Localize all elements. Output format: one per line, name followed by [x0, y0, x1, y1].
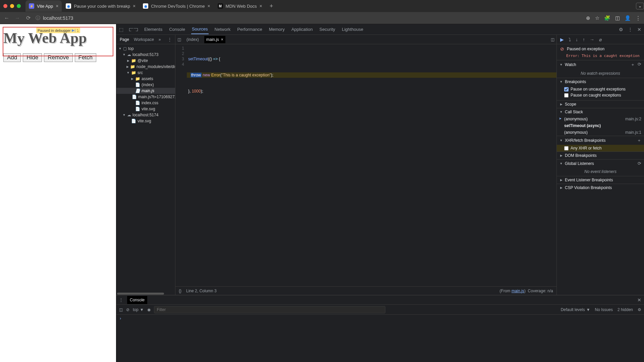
refresh-watch-icon[interactable]: ⟳: [638, 62, 641, 68]
global-header[interactable]: ▼Global Listeners⟳: [557, 160, 644, 167]
close-window-icon[interactable]: [3, 4, 7, 8]
caught-checkbox[interactable]: [564, 93, 569, 98]
device-toolbar-icon[interactable]: ⫍⫎: [129, 27, 138, 32]
close-tab-icon[interactable]: ×: [133, 3, 136, 9]
add-watch-icon[interactable]: ＋: [631, 62, 635, 68]
more-icon[interactable]: ⋮: [628, 27, 633, 32]
tab-security[interactable]: Security: [319, 25, 336, 34]
xhr-any-row[interactable]: Any XHR or fetch: [557, 145, 644, 152]
tree-file-main-q[interactable]: 📄main.js?t=1710692729: [116, 94, 175, 100]
tab-network[interactable]: Network: [214, 25, 231, 34]
tree-folder-nm[interactable]: ▶📁node_modules/vite/dis: [116, 64, 175, 70]
tree-host-5173[interactable]: ▼☁localhost:5173: [116, 52, 175, 58]
minimize-window-icon[interactable]: [10, 4, 14, 8]
resume-icon[interactable]: ▶|: [72, 28, 75, 33]
tab-elements[interactable]: Elements: [144, 25, 163, 34]
resume-icon[interactable]: ▶: [560, 37, 564, 42]
log-levels-selector[interactable]: Default levels▼: [561, 307, 590, 312]
issues-label[interactable]: No Issues: [595, 307, 613, 312]
tree-folder-src[interactable]: ▼📁src: [116, 70, 175, 76]
hidden-label[interactable]: 2 hidden: [618, 307, 633, 312]
tree-file-vitesvg[interactable]: 📄vite.svg: [116, 106, 175, 112]
back-button[interactable]: ←: [3, 15, 10, 21]
dom-header[interactable]: ▶DOM Breakpoints: [557, 152, 644, 159]
live-expression-icon[interactable]: ◉: [147, 307, 151, 312]
uncaught-checkbox-row[interactable]: Pause on uncaught exceptions: [564, 86, 641, 92]
pretty-print-icon[interactable]: {}: [179, 289, 181, 293]
tree-folder-assets[interactable]: ▶📁assets: [116, 76, 175, 82]
nav-menu-icon[interactable]: ⋮: [168, 37, 172, 42]
close-devtools-icon[interactable]: ✕: [637, 27, 641, 32]
close-tab-icon[interactable]: ×: [56, 3, 58, 9]
remove-button[interactable]: Remove: [44, 53, 72, 62]
maximize-window-icon[interactable]: [17, 4, 21, 8]
console-sidebar-icon[interactable]: ◫: [119, 307, 123, 312]
browser-tab-0[interactable]: ⚡ Vite App ×: [25, 0, 62, 12]
inspect-element-icon[interactable]: ⬚: [119, 27, 123, 32]
context-selector[interactable]: top▼: [133, 307, 144, 312]
caught-checkbox-row[interactable]: Pause on caught exceptions: [564, 92, 641, 98]
step-out-icon[interactable]: ↑: [583, 37, 585, 42]
close-drawer-icon[interactable]: ✕: [637, 297, 641, 303]
console-settings-icon[interactable]: ⚙: [638, 307, 641, 312]
tree-top[interactable]: ▼▢top: [116, 46, 175, 52]
clear-console-icon[interactable]: ⊘: [126, 307, 129, 312]
step-icon[interactable]: ⤵: [77, 28, 79, 33]
tree-scrollbar[interactable]: [117, 293, 164, 295]
profile-icon[interactable]: 👤: [625, 15, 631, 21]
stack-frame-0[interactable]: (anonymous)main.js:2: [557, 116, 644, 122]
tab-sources[interactable]: Sources: [191, 24, 209, 34]
zoom-icon[interactable]: ⊕: [586, 15, 590, 21]
add-button[interactable]: Add: [3, 53, 21, 62]
stack-frame-1[interactable]: (anonymous)main.js:1: [557, 129, 644, 136]
browser-tab-3[interactable]: M MDN Web Docs ×: [214, 0, 266, 12]
address-bar[interactable]: ⓘ localhost:5173: [36, 15, 582, 21]
step-over-icon[interactable]: ⤵: [569, 37, 571, 42]
bookmark-icon[interactable]: ☆: [595, 15, 599, 21]
close-tab-icon[interactable]: ×: [207, 3, 210, 9]
tree-file-index[interactable]: 📄(index): [116, 82, 175, 88]
breakpoints-header[interactable]: ▼Breakpoints: [557, 78, 644, 85]
close-tab-icon[interactable]: ×: [260, 3, 262, 9]
nav-more-icon[interactable]: »: [159, 37, 161, 42]
new-tab-button[interactable]: +: [266, 3, 277, 10]
uncaught-checkbox[interactable]: [564, 87, 569, 92]
evlistener-header[interactable]: ▶Event Listener Breakpoints: [557, 176, 644, 184]
settings-icon[interactable]: ⚙: [619, 27, 623, 32]
tree-folder-vite[interactable]: ▶📁@vite: [116, 58, 175, 64]
tree-file-vitesvg-2[interactable]: 📄vite.svg: [116, 118, 175, 124]
tab-memory[interactable]: Memory: [268, 25, 285, 34]
menu-icon[interactable]: ⋮: [636, 15, 641, 21]
watch-header[interactable]: ▼Watch＋⟳: [557, 60, 644, 69]
reload-button[interactable]: ⟳: [25, 15, 32, 21]
drawer-tab-console[interactable]: Console: [127, 296, 147, 304]
step-icon[interactable]: →: [590, 37, 594, 42]
add-xhr-icon[interactable]: ＋: [637, 137, 641, 143]
forward-button[interactable]: →: [14, 15, 21, 21]
chrome-dropdown-icon[interactable]: ⌄: [636, 3, 644, 9]
tab-lighthouse[interactable]: Lighthouse: [341, 25, 364, 34]
extensions-icon[interactable]: 🧩: [604, 15, 610, 21]
hide-button[interactable]: Hide: [23, 53, 42, 62]
editor-tab-index[interactable]: (index): [184, 36, 201, 43]
console-output[interactable]: ›: [116, 315, 644, 362]
tree-host-5174[interactable]: ▼☁localhost:5174: [116, 112, 175, 118]
source-link[interactable]: main.js: [512, 289, 524, 293]
fetch-button[interactable]: Fetch: [75, 53, 97, 62]
nav-tab-workspace[interactable]: Workspace: [134, 37, 154, 42]
tab-console[interactable]: Console: [168, 25, 186, 34]
panel-icon[interactable]: ◫: [615, 15, 620, 21]
nav-tab-page[interactable]: Page: [120, 37, 129, 42]
code-editor[interactable]: 1234 setTimeout(() => { throw new Error(…: [175, 44, 556, 286]
drawer-menu-icon[interactable]: ⋮: [119, 298, 123, 302]
browser-tab-1[interactable]: ◉ Pause your code with breakp ×: [62, 0, 139, 12]
step-into-icon[interactable]: ↓: [576, 37, 578, 42]
toggle-navigator-icon[interactable]: ◫: [177, 37, 181, 42]
editor-tab-main[interactable]: main.js×: [204, 36, 225, 43]
tree-file-indexcss[interactable]: 📄index.css: [116, 100, 175, 106]
csp-header[interactable]: ▶CSP Violation Breakpoints: [557, 184, 644, 191]
callstack-header[interactable]: ▼Call Stack: [557, 108, 644, 116]
tree-file-main[interactable]: 📄main.js: [116, 88, 175, 94]
console-filter-input[interactable]: [154, 306, 385, 313]
xhr-header[interactable]: ▼XHR/fetch Breakpoints＋: [557, 136, 644, 145]
